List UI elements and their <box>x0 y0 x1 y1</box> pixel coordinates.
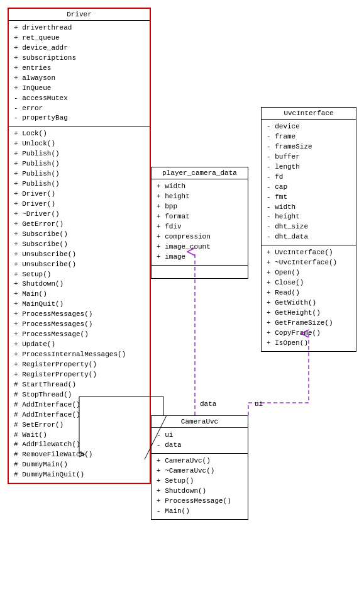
uvc-interface-box: UvcInterface - device - frame - frameSiz… <box>261 107 356 352</box>
player-camera-data-attributes: + width + height + bpp + format + fdiv +… <box>152 179 248 266</box>
driver-box: Driver + driverthread + ret_queue + devi… <box>8 8 151 484</box>
camera-uvc-box: CameraUvc - ui - data + CameraUvc() + ~C… <box>151 415 248 520</box>
ui-label: ui <box>255 400 263 408</box>
driver-methods: + Lock() + Unlock() + Publish() + Publis… <box>9 127 150 483</box>
camera-uvc-title: CameraUvc <box>152 416 248 428</box>
player-camera-data-box: player_camera_data + width + height + bp… <box>151 167 248 279</box>
camera-uvc-methods: + CameraUvc() + ~CameraUvc() + Setup() +… <box>152 454 248 519</box>
player-camera-data-empty <box>152 266 248 278</box>
uvc-interface-methods: + UvcInterface() + ~UvcInterface() + Ope… <box>262 245 356 351</box>
driver-title: Driver <box>9 9 150 21</box>
driver-attributes: + driverthread + ret_queue + device_addr… <box>9 21 150 127</box>
uvc-interface-title: UvcInterface <box>262 108 356 120</box>
camera-uvc-attributes: - ui - data <box>152 428 248 454</box>
player-camera-data-title: player_camera_data <box>152 167 248 179</box>
data-label: data <box>200 400 217 408</box>
uvc-interface-attributes: - device - frame - frameSize - buffer - … <box>262 120 356 245</box>
